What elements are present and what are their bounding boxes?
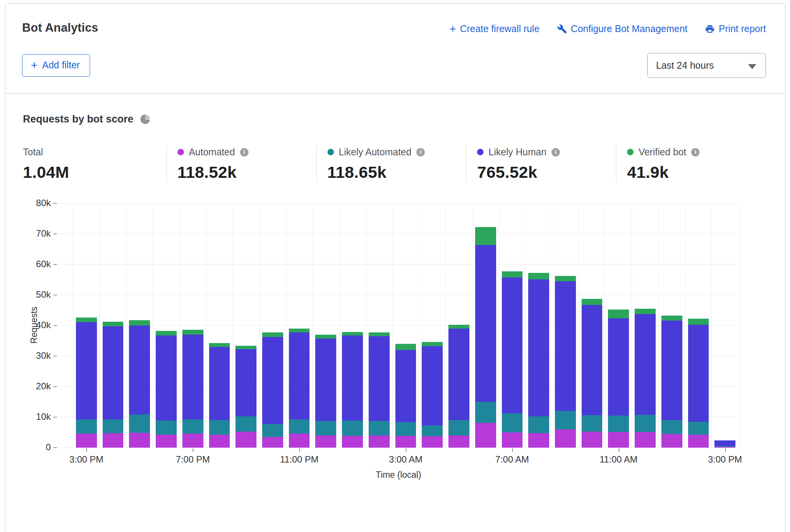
info-icon[interactable]: i (691, 148, 700, 156)
bar-segment-automated[interactable] (315, 435, 336, 448)
bar-segment-likely-automated[interactable] (369, 421, 390, 435)
bar-segment-verified-bot[interactable] (661, 316, 682, 321)
bar-segment-likely-automated[interactable] (661, 420, 682, 434)
bar-segment-likely-human[interactable] (76, 322, 97, 419)
bar-segment-verified-bot[interactable] (475, 227, 496, 245)
bar-segment-automated[interactable] (714, 447, 735, 448)
bar-segment-likely-automated[interactable] (289, 419, 310, 434)
bar-segment-automated[interactable] (369, 435, 390, 448)
bar[interactable] (156, 203, 177, 448)
bar[interactable] (635, 203, 656, 448)
stat-likely-human[interactable]: Likely Human i 765.52k (466, 145, 616, 182)
bar-segment-likely-human[interactable] (448, 329, 469, 420)
bar-segment-likely-automated[interactable] (502, 413, 523, 432)
bar-segment-likely-automated[interactable] (422, 426, 443, 436)
bar-segment-automated[interactable] (235, 432, 256, 448)
bar[interactable] (555, 203, 576, 448)
bar-segment-automated[interactable] (448, 435, 469, 448)
bar[interactable] (342, 203, 363, 448)
stat-verified-bot[interactable]: Verified bot i 41.9k (616, 145, 766, 182)
stat-automated[interactable]: Automated i 118.52k (166, 145, 316, 182)
bar[interactable]: 11:00 PM (289, 203, 310, 448)
bar-segment-likely-human[interactable] (103, 326, 124, 419)
info-icon[interactable]: i (240, 148, 248, 156)
bar-segment-likely-human[interactable] (235, 349, 256, 416)
bar-segment-likely-automated[interactable] (76, 419, 97, 434)
bar-segment-automated[interactable] (76, 434, 97, 448)
info-icon[interactable]: i (551, 148, 560, 156)
bar-segment-verified-bot[interactable] (262, 332, 283, 337)
bar-segment-verified-bot[interactable] (182, 330, 203, 335)
bar[interactable] (262, 203, 283, 448)
bar-segment-verified-bot[interactable] (369, 332, 390, 336)
bar[interactable] (315, 203, 336, 448)
bar-segment-likely-automated[interactable] (182, 419, 203, 434)
bar-segment-automated[interactable] (342, 436, 363, 448)
bar-segment-verified-bot[interactable] (209, 343, 230, 347)
bar[interactable]: 3:00 PM (76, 203, 97, 448)
bar-segment-likely-human[interactable] (262, 337, 283, 424)
bar-segment-likely-automated[interactable] (103, 419, 124, 434)
bar-segment-automated[interactable] (635, 432, 656, 448)
create-firewall-rule-link[interactable]: + Create firewall rule (450, 23, 540, 34)
bar-segment-verified-bot[interactable] (289, 329, 310, 332)
add-filter-button[interactable]: + Add filter (22, 54, 90, 77)
bar-segment-likely-human[interactable] (475, 245, 496, 402)
bar-segment-likely-automated[interactable] (688, 422, 709, 435)
bar[interactable]: 3:00 PM (714, 203, 735, 448)
bar-segment-likely-human[interactable] (209, 347, 230, 420)
bar-segment-likely-automated[interactable] (342, 421, 363, 436)
bar-segment-likely-automated[interactable] (448, 420, 469, 435)
bar-segment-automated[interactable] (502, 432, 523, 448)
bar-segment-likely-automated[interactable] (395, 422, 416, 436)
bar-segment-automated[interactable] (555, 429, 576, 448)
bar-segment-likely-human[interactable] (156, 335, 177, 420)
bar[interactable]: 7:00 AM (502, 203, 523, 448)
bar-segment-verified-bot[interactable] (342, 332, 363, 336)
bar-segment-automated[interactable] (209, 435, 230, 448)
bar-segment-automated[interactable] (661, 434, 682, 448)
bar-segment-automated[interactable] (475, 423, 496, 448)
bar-segment-likely-automated[interactable] (608, 416, 629, 432)
bar-segment-automated[interactable] (395, 436, 416, 448)
bar-segment-verified-bot[interactable] (422, 342, 443, 346)
bar-segment-likely-automated[interactable] (262, 424, 283, 437)
bar-segment-likely-human[interactable] (315, 339, 336, 421)
bar-segment-verified-bot[interactable] (448, 325, 469, 329)
bar-segment-likely-human[interactable] (688, 325, 709, 422)
stat-likely-automated[interactable]: Likely Automated i 118.65k (316, 145, 466, 182)
bar-segment-automated[interactable] (156, 435, 177, 448)
bar-segment-automated[interactable] (422, 436, 443, 448)
bar-segment-automated[interactable] (262, 437, 283, 448)
bar-segment-verified-bot[interactable] (315, 335, 336, 339)
configure-bot-management-link[interactable]: Configure Bot Management (557, 23, 688, 34)
bar-segment-likely-automated[interactable] (635, 415, 656, 432)
bar-segment-likely-automated[interactable] (555, 411, 576, 429)
info-icon[interactable]: i (416, 148, 425, 156)
bar-segment-likely-human[interactable] (289, 332, 310, 420)
bar-segment-likely-automated[interactable] (315, 421, 336, 435)
bar-segment-likely-human[interactable] (528, 279, 549, 416)
bar-segment-automated[interactable] (129, 433, 150, 448)
bar[interactable] (369, 203, 390, 448)
bar-segment-likely-automated[interactable] (156, 421, 177, 435)
bar-segment-verified-bot[interactable] (582, 299, 603, 305)
bar-segment-likely-automated[interactable] (475, 402, 496, 423)
bar[interactable] (209, 203, 230, 448)
print-report-link[interactable]: Print report (705, 23, 766, 34)
bar-segment-likely-human[interactable] (369, 336, 390, 421)
bar[interactable] (688, 203, 709, 448)
bar[interactable] (528, 203, 549, 448)
bar[interactable] (582, 203, 603, 448)
bar[interactable]: 7:00 PM (182, 203, 203, 448)
bar[interactable] (661, 203, 682, 448)
bar-segment-likely-automated[interactable] (129, 414, 150, 433)
bar-segment-likely-automated[interactable] (582, 415, 603, 432)
bar-segment-automated[interactable] (103, 433, 124, 448)
bar-segment-verified-bot[interactable] (103, 322, 124, 326)
bar-segment-likely-human[interactable] (422, 346, 443, 426)
bar-segment-verified-bot[interactable] (528, 273, 549, 279)
bar-segment-likely-human[interactable] (182, 335, 203, 419)
bar-segment-verified-bot[interactable] (502, 271, 523, 277)
bar[interactable]: 11:00 AM (608, 203, 629, 448)
